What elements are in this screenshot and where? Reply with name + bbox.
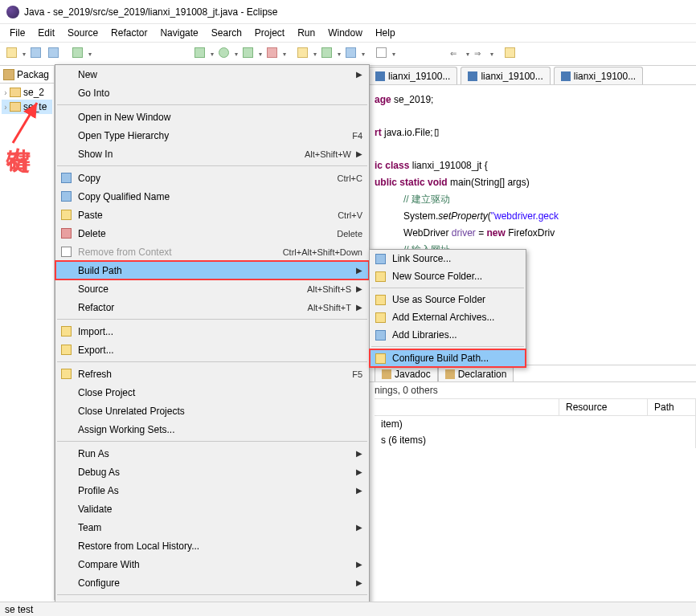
folder-icon [375, 271, 386, 282]
annotation-arrow [5, 95, 53, 151]
extlaunch-icon[interactable] [267, 47, 280, 60]
context-menu: New▶Go IntoOpen in New WindowOpen Type H… [55, 64, 370, 616]
coverage-icon[interactable] [243, 47, 256, 60]
link-icon [375, 254, 386, 264]
menu-source[interactable]: Source [61, 26, 104, 40]
problems-summary: nings, 0 others [375, 382, 696, 398]
declaration-icon [445, 369, 455, 379]
editor-tab[interactable]: lianxi_19100... [368, 67, 457, 84]
javadoc-tab[interactable]: Javadoc [375, 365, 438, 381]
config-icon [375, 353, 386, 364]
export-icon [61, 345, 72, 355]
javadoc-icon [382, 369, 391, 379]
menu-file[interactable]: File [3, 26, 31, 40]
save-icon[interactable] [31, 47, 43, 60]
annotation-text: 右键 [2, 129, 35, 132]
status-text: se test [5, 604, 33, 615]
window-title: Java - se_2019/src/se_2019/lianxi_191008… [24, 6, 278, 18]
ctx-assign-working-sets-[interactable]: Assign Working Sets... [55, 420, 369, 439]
ctx-close-unrelated-projects[interactable]: Close Unrelated Projects [55, 402, 369, 420]
ctx-paste[interactable]: PasteCtrl+V [55, 206, 369, 224]
menubar: File Edit Source Refactor Navigate Searc… [0, 24, 696, 42]
ctx-refactor[interactable]: RefactorAlt+Shift+T▶ [55, 298, 369, 316]
ctx-open-type-hierarchy[interactable]: Open Type HierarchyF4 [55, 126, 369, 145]
ctx-copy[interactable]: CopyCtrl+C [55, 169, 369, 187]
search-icon[interactable] [376, 47, 389, 60]
submenu-new-source-folder-[interactable]: New Source Folder... [370, 267, 526, 285]
ctx-close-project[interactable]: Close Project [55, 383, 369, 402]
run-icon[interactable] [219, 47, 231, 60]
submenu-add-external-archives-[interactable]: Add External Archives... [370, 308, 526, 326]
copy-icon [61, 173, 72, 183]
ctx-configure[interactable]: Configure▶ [55, 573, 369, 592]
ctx-refresh[interactable]: RefreshF5 [55, 365, 369, 383]
ctx-go-into[interactable]: Go Into [55, 84, 369, 102]
submenu-configure-build-path-[interactable]: Configure Build Path... [370, 349, 526, 367]
menu-edit[interactable]: Edit [31, 26, 61, 40]
build-path-submenu: Link Source...New Source Folder...Use as… [369, 249, 526, 368]
newclass-icon[interactable] [321, 47, 334, 60]
col-resource[interactable]: Resource [559, 399, 648, 415]
ctx-validate[interactable]: Validate [55, 500, 369, 518]
package-explorer-label: Packag [17, 69, 49, 80]
ctx-run-as[interactable]: Run As▶ [55, 444, 369, 463]
remove-icon [61, 247, 72, 257]
ctx-import-[interactable]: Import... [55, 322, 369, 341]
package-explorer-tab[interactable]: Packag [0, 66, 54, 84]
eclipse-icon [6, 6, 19, 18]
col-path[interactable]: Path [648, 399, 696, 415]
menu-navigate[interactable]: Navigate [154, 26, 204, 40]
import-icon [61, 326, 72, 337]
ctx-delete[interactable]: DeleteDelete [55, 224, 369, 243]
ctx-export-[interactable]: Export... [55, 341, 369, 359]
java-file-icon [375, 71, 385, 81]
editor-tab[interactable]: lianxi_19100... [554, 67, 643, 84]
ctx-show-in[interactable]: Show InAlt+Shift+W▶ [55, 145, 369, 163]
build-icon[interactable] [72, 47, 85, 60]
copy-icon [61, 191, 72, 202]
submenu-add-libraries-[interactable]: Add Libraries... [370, 326, 526, 344]
archive-icon [375, 312, 386, 323]
ctx-source[interactable]: SourceAlt+Shift+S▶ [55, 279, 369, 298]
ctx-open-in-new-window[interactable]: Open in New Window [55, 108, 369, 126]
debug-icon[interactable] [194, 47, 207, 60]
svg-line-0 [13, 103, 37, 143]
paste-icon [61, 210, 72, 220]
java-file-icon [468, 71, 477, 81]
statusbar: se test [0, 602, 696, 616]
menu-run[interactable]: Run [291, 26, 321, 40]
editor-tab[interactable]: lianxi_19100... [461, 67, 550, 84]
menu-project[interactable]: Project [248, 26, 291, 40]
ctx-debug-as[interactable]: Debug As▶ [55, 463, 369, 481]
ctx-new[interactable]: New▶ [55, 65, 369, 84]
ctx-restore-from-local-history-[interactable]: Restore from Local History... [55, 536, 369, 555]
col-description[interactable] [375, 399, 559, 415]
menu-search[interactable]: Search [205, 26, 248, 40]
submenu-link-source-[interactable]: Link Source... [370, 250, 526, 267]
problems-row[interactable]: s (6 items) [375, 432, 696, 448]
declaration-tab[interactable]: Declaration [438, 365, 514, 381]
lib-icon [375, 330, 386, 341]
ctx-team[interactable]: Team▶ [55, 518, 369, 536]
menu-window[interactable]: Window [321, 26, 369, 40]
ctx-build-path[interactable]: Build Path▶ [55, 261, 369, 279]
fwd-icon[interactable]: ⇒ [474, 47, 487, 60]
menu-help[interactable]: Help [369, 26, 402, 40]
toolbar: ▾ ▾ ▾ ▾ ▾ ▾ ▾ ▾ ▾ ▾ ⇐▾ ⇒▾ [0, 42, 696, 66]
menu-refactor[interactable]: Refactor [104, 26, 154, 40]
ctx-copy-qualified-name[interactable]: Copy Qualified Name [55, 187, 369, 206]
submenu-use-as-source-folder[interactable]: Use as Source Folder [370, 291, 526, 308]
ctx-profile-as[interactable]: Profile As▶ [55, 481, 369, 500]
newpkg-icon[interactable] [297, 47, 310, 60]
wand-icon[interactable] [346, 47, 358, 60]
problems-row[interactable]: item) [375, 416, 696, 432]
pin-icon[interactable] [505, 47, 518, 60]
folder-icon [375, 295, 386, 305]
new-icon[interactable] [6, 47, 19, 60]
ctx-compare-with[interactable]: Compare With▶ [55, 555, 369, 573]
saveall-icon[interactable] [48, 47, 61, 60]
package-icon [3, 69, 14, 80]
refresh-icon [61, 369, 72, 379]
titlebar: Java - se_2019/src/se_2019/lianxi_191008… [0, 0, 696, 24]
back-icon[interactable]: ⇐ [450, 47, 463, 60]
